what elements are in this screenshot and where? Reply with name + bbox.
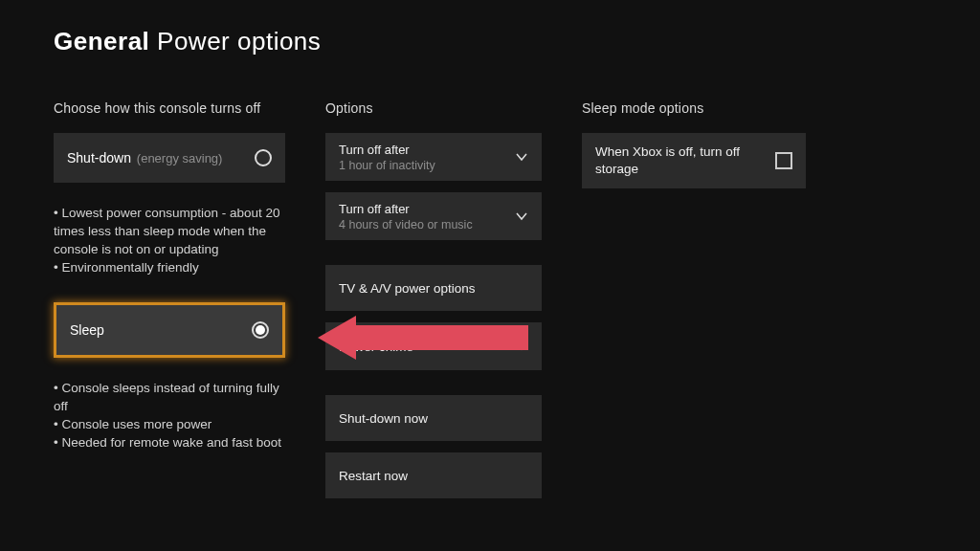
dropdown-label: Power chime xyxy=(339,340,413,354)
checkbox-turnoff-storage[interactable]: When Xbox is off, turn off storage xyxy=(582,133,806,188)
section-turnoff-heading: Choose how this console turns off xyxy=(54,100,285,116)
radio-icon xyxy=(252,321,269,339)
shutdown-description: • Lowest power consumption - about 20 ti… xyxy=(54,204,285,277)
button-restart-now[interactable]: Restart now xyxy=(325,452,542,498)
button-shutdown-now[interactable]: Shut-down now xyxy=(325,395,542,441)
radio-icon xyxy=(255,149,272,166)
dropdown-turnoff-inactivity[interactable]: Turn off after 1 hour of inactivity xyxy=(325,133,542,181)
dropdown-label: Turn off after xyxy=(339,143,435,157)
chevron-down-icon xyxy=(515,340,528,353)
dropdown-turnoff-media[interactable]: Turn off after 4 hours of video or music xyxy=(325,192,542,240)
section-sleepmode-heading: Sleep mode options xyxy=(582,100,806,116)
radio-shutdown[interactable]: Shut-down (energy saving) xyxy=(54,133,285,183)
sleep-description: • Console sleeps instead of turning full… xyxy=(54,379,285,452)
checkbox-label: When Xbox is off, turn off storage xyxy=(595,143,748,177)
title-category: General xyxy=(54,27,149,55)
page-title: General Power options xyxy=(54,27,926,56)
chevron-down-icon xyxy=(515,209,528,223)
checkbox-icon xyxy=(775,152,792,169)
radio-sleep[interactable]: Sleep xyxy=(54,302,285,358)
title-page: Power options xyxy=(157,27,321,55)
dropdown-power-chime[interactable]: Power chime xyxy=(325,322,542,370)
section-options-heading: Options xyxy=(325,100,542,116)
radio-shutdown-label: Shut-down (energy saving) xyxy=(67,150,222,165)
button-tv-av-power[interactable]: TV & A/V power options xyxy=(325,265,542,311)
radio-sleep-label: Sleep xyxy=(70,322,104,338)
dropdown-value: 4 hours of video or music xyxy=(339,218,473,231)
dropdown-value: 1 hour of inactivity xyxy=(339,159,435,172)
chevron-down-icon xyxy=(515,150,528,164)
dropdown-label: Turn off after xyxy=(339,202,473,216)
